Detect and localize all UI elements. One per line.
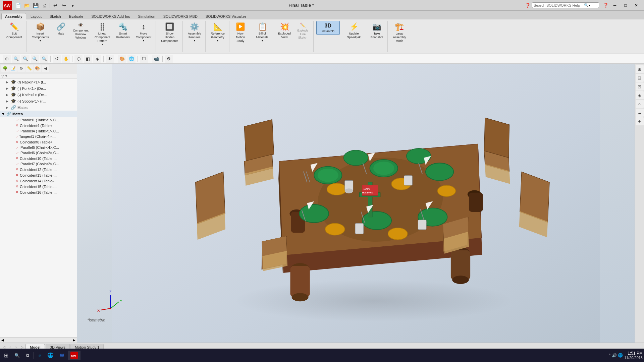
section-view-button[interactable]: ☐	[140, 55, 148, 63]
print-button[interactable]: 🖨	[40, 1, 48, 9]
maximize-button[interactable]: □	[621, 1, 631, 9]
assembly-features-button[interactable]: ⚙️ AssemblyFeatures ▾	[185, 21, 203, 44]
tree-item-spoon[interactable]: ▶ 🎓 (-) Spoon<1> ((...	[0, 98, 77, 104]
tab-layout[interactable]: Layout	[27, 13, 45, 19]
bom-dropdown[interactable]: ▾	[262, 39, 263, 43]
display-style-button[interactable]: ◈	[93, 55, 101, 63]
search-icon[interactable]: 🔍	[584, 3, 589, 7]
standard-views-button[interactable]: ⬡	[74, 55, 83, 63]
rp-button-6[interactable]: ☁	[636, 109, 644, 117]
mate-coincident16[interactable]: ✕ Coincident16 (Table-...	[0, 189, 77, 195]
mates-section[interactable]: ▼ 🔗 Mates	[0, 111, 77, 117]
take-snapshot-button[interactable]: 📷 TakeSnapshot	[368, 21, 385, 41]
linear-dropdown[interactable]: ▾	[102, 43, 103, 46]
settings-button[interactable]: ⚙	[165, 55, 173, 63]
explode-line-sketch-button[interactable]: ✏️ ExplodeLineSketch	[294, 21, 311, 41]
update-speedpak-button[interactable]: ⚡ UpdateSpeedpak	[345, 21, 363, 41]
zoom-box-button[interactable]: 🔍	[21, 55, 30, 63]
mate-parallel7[interactable]: ⟋ Parallel7 (Chair<2>,C...	[0, 161, 77, 167]
tab-solidworks-mbd[interactable]: SOLIDWORKS MBD	[160, 13, 201, 19]
config-manager-tab[interactable]: ⚙	[17, 65, 25, 72]
tab-solidworks-addins[interactable]: SOLIDWORKS Add-Ins	[88, 13, 133, 19]
task-view-button[interactable]: ⧉	[23, 351, 32, 360]
tree-item-knife[interactable]: ▶ 🎓 (-) Knife<1> (De...	[0, 92, 77, 98]
cortana-button[interactable]: 🔍	[12, 351, 22, 360]
tab-simulation[interactable]: Simulation	[134, 13, 159, 19]
rp-button-5[interactable]: ○	[636, 100, 644, 108]
help-icon[interactable]: ❓	[525, 3, 531, 8]
move-dropdown[interactable]: ▾	[143, 39, 144, 43]
word-button[interactable]: W	[57, 351, 67, 360]
exploded-view-button[interactable]: 💥 ExplodedView	[276, 21, 293, 41]
help-button[interactable]: ❓	[603, 3, 608, 8]
large-assembly-button[interactable]: 🏗️ LargeAssemblyMode	[390, 21, 408, 45]
pan-button[interactable]: ✋	[62, 55, 70, 63]
clock[interactable]: 1:51 PM 11/20/2018	[624, 351, 643, 360]
component-preview-button[interactable]: 👁️ ComponentPreviewWindow	[71, 21, 91, 41]
new-motion-study-button[interactable]: ▶️ NewMotionStudy	[232, 21, 249, 45]
expand-napkin[interactable]: ▶	[6, 80, 11, 84]
chrome-button[interactable]: 🌐	[45, 351, 56, 360]
scenes-button[interactable]: 🌐	[127, 55, 136, 63]
zoom-in-button[interactable]: 🔍	[31, 55, 39, 63]
dim-expert-tab[interactable]: 📏	[25, 65, 33, 72]
close-button[interactable]: ✕	[631, 1, 641, 9]
undo-button[interactable]: ↩	[51, 1, 59, 9]
zoom-out-button[interactable]: 🔍	[40, 55, 48, 63]
redo-button[interactable]: ↪	[60, 1, 68, 9]
insert-dropdown[interactable]: ▾	[40, 39, 41, 43]
camera-button[interactable]: 📹	[152, 55, 160, 63]
solidworks-taskbar-button[interactable]: SW	[68, 351, 80, 360]
tree-item-napkin[interactable]: ▶ 🎓 (f) Napkin<1> (l...	[0, 79, 77, 85]
tab-assembly[interactable]: Assembly	[1, 13, 26, 19]
minimize-button[interactable]: ─	[610, 1, 620, 9]
rp-button-4[interactable]: ◈	[636, 91, 644, 99]
af-dropdown[interactable]: ▾	[194, 39, 195, 43]
reference-geometry-button[interactable]: 📐 ReferenceGeometry ▾	[208, 21, 227, 44]
mate-coincident8[interactable]: ✕ Coincident8 (Table<...	[0, 139, 77, 145]
mate-button[interactable]: 🔗 Mate	[53, 21, 69, 37]
tree-item-mates-collapsed[interactable]: ▶ 🔗 Mates	[0, 104, 77, 111]
save-button[interactable]: 💾	[32, 1, 40, 9]
scroll-left-button[interactable]: ◀	[1, 338, 4, 342]
insert-components-button[interactable]: 📦 InsertComponents ▾	[30, 21, 51, 44]
tab-sketch[interactable]: Sketch	[46, 13, 65, 19]
mate-coincident15[interactable]: ✕ Coincident15 (Table-...	[0, 184, 77, 189]
rotate-view-button[interactable]: ↺	[53, 55, 61, 63]
expand-spoon[interactable]: ▶	[6, 100, 11, 103]
mate-parallel1[interactable]: ⟋ Parallel1 (Table<1>,C...	[0, 117, 77, 123]
rp-button-1[interactable]: ⊞	[636, 65, 644, 73]
bill-of-materials-button[interactable]: 📋 Bill ofMaterials ▾	[254, 21, 271, 44]
mate-coincident12[interactable]: ✕ Coincident12 (Table-...	[0, 167, 77, 172]
mate-coincident13[interactable]: ✕ Coincident13 (Table-...	[0, 172, 77, 178]
search-box[interactable]: 🔍 ▾	[532, 2, 599, 8]
expand-fork[interactable]: ▶	[6, 87, 11, 90]
display-manager-tab[interactable]: 🎨	[34, 65, 41, 72]
new-file-button[interactable]: 📄	[14, 1, 22, 9]
hide-show-button[interactable]: 👁	[106, 55, 114, 63]
instant3d-button[interactable]: 3D Instant3D	[316, 21, 340, 35]
mate-tangent1[interactable]: ○ Tangent1 (Chair<4>,...	[0, 134, 77, 139]
expand-knife[interactable]: ▶	[6, 93, 11, 97]
mate-parallel4[interactable]: ⟋ Parallel4 (Table<1>,C...	[0, 128, 77, 134]
tab-evaluate[interactable]: Evaluate	[65, 13, 87, 19]
rg-dropdown[interactable]: ▾	[217, 39, 218, 43]
zoom-fit-button[interactable]: 🔍	[12, 55, 20, 63]
edit-component-button[interactable]: ✏️ EditComponent	[4, 21, 24, 41]
appearance-button[interactable]: 🎨	[118, 55, 126, 63]
scroll-right-button[interactable]: ▶	[73, 338, 75, 342]
expand-arrow[interactable]: ▸	[69, 1, 77, 9]
search-input[interactable]	[534, 3, 584, 7]
mate-parallel6[interactable]: ⟋ Parallel6 (Chair<2>,C...	[0, 150, 77, 156]
mate-parallel5[interactable]: ⟋ Parallel5 (Chair<4>,C...	[0, 145, 77, 150]
search-dropdown[interactable]: ▾	[589, 4, 590, 7]
view-selector[interactable]: ◧	[84, 55, 92, 63]
feature-manager-tab[interactable]: 🌳	[1, 65, 9, 72]
open-file-button[interactable]: 📂	[23, 1, 31, 9]
smart-fasteners-button[interactable]: 🔩 SmartFasteners	[114, 21, 132, 41]
ie-button[interactable]: e	[36, 351, 44, 360]
tab-solidworks-visualize[interactable]: SOLIDWORKS Visualize	[202, 13, 250, 19]
rp-button-3[interactable]: ⊡	[636, 82, 644, 90]
mate-coincident14[interactable]: ✕ Coincident14 (Table-...	[0, 178, 77, 184]
property-manager-tab[interactable]: 📝	[9, 65, 17, 72]
